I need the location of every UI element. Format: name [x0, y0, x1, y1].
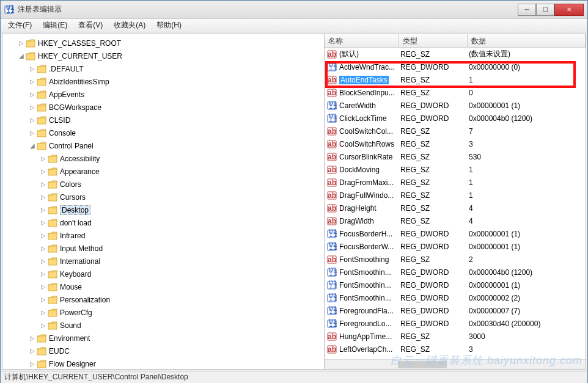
tree-hkcu-child-1[interactable]: ▷AbizIdentitiesSimp [6, 75, 324, 88]
tree-hkcu-child-2[interactable]: ▷AppEvents [6, 88, 324, 101]
list-row[interactable]: CoolSwitchCol...REG_SZ7 [325, 125, 586, 137]
expander-icon[interactable]: ▷ [39, 232, 48, 239]
tree-cp-child-2[interactable]: ▷Colors [6, 178, 324, 191]
tree-hkcu-child-0[interactable]: ▷.DEFAULT [6, 62, 324, 75]
expander-icon[interactable]: ▷ [28, 104, 37, 111]
list-row[interactable]: CoolSwitchRowsREG_SZ3 [325, 137, 586, 150]
tree-hkcu-child-3[interactable]: ▷BCGWorkspace [6, 101, 324, 114]
tree-hkcu[interactable]: ◢HKEY_CURRENT_USER [6, 49, 324, 62]
column-type[interactable]: 类型 [399, 34, 468, 47]
menu-view[interactable]: 查看(V) [73, 19, 108, 32]
tree-cp-child-1[interactable]: ▷Appearance [6, 165, 324, 178]
list-row[interactable]: AutoEndTasksREG_SZ1 [325, 73, 586, 86]
expander-icon[interactable]: ▷ [39, 168, 48, 175]
horizontal-scrollbar[interactable] [325, 359, 586, 369]
list-row[interactable]: FontSmoothin...REG_DWORD0x00000002 (2) [325, 291, 586, 304]
list-row[interactable]: ActiveWndTrac...REG_DWORD0x00000000 (0) [325, 60, 586, 73]
expander-icon[interactable]: ◢ [28, 142, 37, 149]
expander-icon[interactable]: ▷ [28, 65, 37, 72]
tree-cp-child-12[interactable]: ▷PowerCfg [6, 306, 324, 319]
expander-icon[interactable]: ▷ [39, 309, 48, 316]
expander-icon[interactable]: ▷ [39, 258, 48, 264]
expander-icon[interactable]: ▷ [28, 91, 37, 98]
menu-edit[interactable]: 编辑(E) [38, 19, 72, 32]
expander-icon[interactable]: ◢ [17, 53, 26, 59]
expander-icon[interactable]: ▷ [28, 360, 37, 367]
tree-after-cp-1[interactable]: ▷EUDC [6, 345, 324, 357]
expander-icon[interactable]: ▷ [39, 219, 48, 226]
list-row[interactable]: ClickLockTimeREG_DWORD0x000004b0 (1200) [325, 112, 586, 125]
tree-cp-child-5[interactable]: ▷don't load [6, 216, 324, 229]
list-row[interactable]: ForegroundFla...REG_DWORD0x00000007 (7) [325, 304, 586, 317]
column-data[interactable]: 数据 [468, 34, 586, 47]
binary-value-icon [327, 268, 337, 277]
tree-cp-child-11[interactable]: ▷Personalization [6, 293, 324, 306]
expander-icon[interactable]: ▷ [28, 129, 37, 136]
tree-cp-child-3[interactable]: ▷Cursors [6, 191, 324, 203]
scrollbar-thumb[interactable] [398, 361, 447, 368]
tree-hkcu-child-5[interactable]: ▷Console [6, 126, 324, 139]
list-row[interactable]: DragWidthREG_SZ4 [325, 214, 586, 227]
tree-cp-child-4[interactable]: ▷Desktop [6, 203, 324, 216]
list-row[interactable]: BlockSendInpu...REG_SZ0 [325, 86, 586, 99]
menu-help[interactable]: 帮助(H) [152, 19, 186, 32]
maximize-button[interactable]: ☐ [536, 4, 554, 16]
menu-file[interactable]: 文件(F) [3, 19, 37, 32]
tree-hkcr[interactable]: ▷HKEY_CLASSES_ROOT [6, 37, 324, 49]
tree-after-cp-0[interactable]: ▷Environment [6, 332, 324, 345]
list-row[interactable]: ForegroundLo...REG_DWORD0x00030d40 (2000… [325, 317, 586, 330]
list-row[interactable]: LeftOverlapCh...REG_SZ3 [325, 343, 586, 356]
expander-icon[interactable]: ▷ [39, 296, 48, 303]
expander-icon[interactable]: ▷ [17, 40, 26, 46]
tree-cp-child-0[interactable]: ▷Accessibility [6, 152, 324, 165]
list-row[interactable]: FocusBorderH...REG_DWORD0x00000001 (1) [325, 227, 586, 240]
value-name: DragFromMaxi... [339, 178, 400, 187]
close-button[interactable]: ✕ [554, 4, 584, 16]
tree-hkcu-child-4[interactable]: ▷CLSID [6, 114, 324, 126]
tree-control-panel[interactable]: ◢Control Panel [6, 139, 324, 152]
expander-icon[interactable]: ▷ [28, 348, 37, 354]
expander-icon[interactable]: ▷ [39, 181, 48, 188]
list-row[interactable]: FocusBorderW...REG_DWORD0x00000001 (1) [325, 240, 586, 253]
tree-cp-child-10[interactable]: ▷Mouse [6, 280, 324, 293]
string-value-icon [327, 75, 337, 85]
tree-cp-child-13[interactable]: ▷Sound [6, 319, 324, 332]
tree-after-cp-2[interactable]: ▷Flow Designer [6, 357, 324, 369]
minimize-button[interactable]: ─ [518, 4, 536, 16]
expander-icon[interactable]: ▷ [28, 335, 37, 341]
expander-icon[interactable]: ▷ [39, 206, 48, 213]
list-row[interactable]: DragHeightREG_SZ4 [325, 202, 586, 214]
expander-icon[interactable]: ▷ [39, 194, 48, 200]
expander-icon[interactable]: ▷ [39, 271, 48, 277]
list-row[interactable]: FontSmoothin...REG_DWORD0x000004b0 (1200… [325, 266, 586, 279]
expander-icon[interactable]: ▷ [28, 78, 37, 85]
column-name[interactable]: 名称 [325, 34, 399, 47]
tree-cp-child-7[interactable]: ▷Input Method [6, 242, 324, 255]
tree-cp-child-8[interactable]: ▷International [6, 255, 324, 268]
titlebar[interactable]: 注册表编辑器 ─ ☐ ✕ [1, 1, 587, 19]
list-row[interactable]: (默认)REG_SZ(数值未设置) [325, 48, 586, 60]
list-row[interactable]: CursorBlinkRateREG_SZ530 [325, 150, 586, 163]
list-header[interactable]: 名称 类型 数据 [325, 34, 586, 48]
menu-favorites[interactable]: 收藏夹(A) [109, 19, 150, 32]
list-body[interactable]: (默认)REG_SZ(数值未设置)ActiveWndTrac...REG_DWO… [325, 48, 586, 359]
expander-icon[interactable]: ▷ [39, 155, 48, 162]
list-row[interactable]: DockMovingREG_SZ1 [325, 163, 586, 176]
list-row[interactable]: CaretWidthREG_DWORD0x00000001 (1) [325, 99, 586, 112]
expander-icon[interactable]: ▷ [39, 322, 48, 329]
string-value-icon [327, 49, 337, 59]
tree-cp-child-9[interactable]: ▷Keyboard [6, 268, 324, 280]
folder-icon [48, 321, 57, 330]
value-data: 0x00000002 (2) [469, 294, 586, 302]
expander-icon[interactable]: ▷ [39, 283, 48, 290]
list-row[interactable]: FontSmoothingREG_SZ2 [325, 253, 586, 266]
list-row[interactable]: DragFromMaxi...REG_SZ1 [325, 176, 586, 189]
list-row[interactable]: HungAppTime...REG_SZ3000 [325, 330, 586, 343]
list-row[interactable]: DragFullWindo...REG_SZ1 [325, 189, 586, 202]
list-row[interactable]: FontSmoothin...REG_DWORD0x00000001 (1) [325, 279, 586, 291]
expander-icon[interactable]: ▷ [28, 117, 37, 123]
tree-pane[interactable]: ▷HKEY_CLASSES_ROOT◢HKEY_CURRENT_USER▷.DE… [2, 34, 325, 369]
tree-cp-child-6[interactable]: ▷Infrared [6, 229, 324, 242]
tree-label: EUDC [49, 347, 70, 356]
expander-icon[interactable]: ▷ [39, 245, 48, 252]
